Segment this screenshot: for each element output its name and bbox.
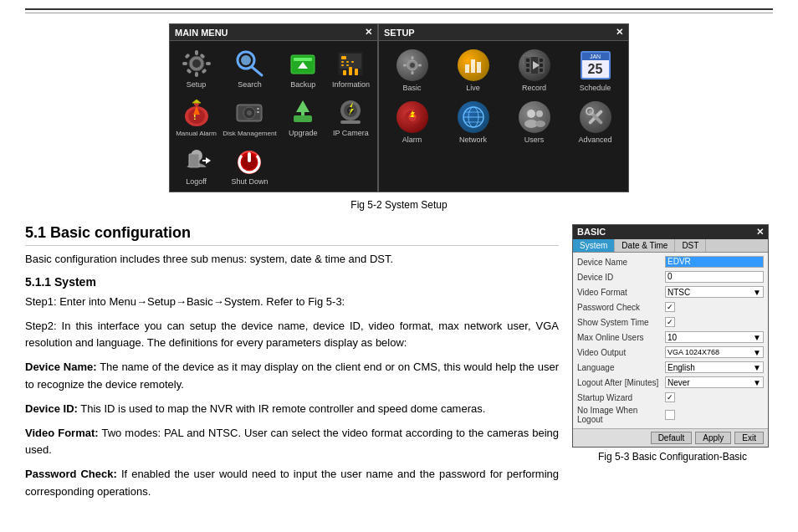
fig-caption-1: Fig 5-2 System Setup [25,199,773,211]
content-left: 5.1 Basic configuration Basic configurat… [25,224,559,508]
tab-datetime[interactable]: Date & Time [615,239,675,252]
setup-item-network[interactable]: Network [443,96,503,146]
svg-rect-22 [341,64,344,66]
menu-item-logoff[interactable]: Logoff [173,141,219,188]
basic-form: Device Name EDVR Device ID 0 Video Forma… [573,253,768,428]
menu-item-disk[interactable]: Disk Management [221,93,278,140]
label-show-system-time: Show System Time [577,318,665,327]
field-video-output: Video Output VGA 1024X768▼ [577,345,764,359]
default-button[interactable]: Default [651,432,693,444]
setup-item-alarm[interactable]: Alarm [382,96,442,146]
value-device-name[interactable]: EDVR [665,256,764,268]
disk-icon [233,98,265,128]
globe-icon [458,101,489,133]
schedule-icon-box: JAN 25 [577,49,614,82]
check-no-image[interactable] [665,410,675,420]
network-icon-box [455,100,492,134]
exit-button[interactable]: Exit [734,432,764,444]
label-language: Language [577,363,665,372]
shutdown-icon [233,146,265,176]
svg-point-11 [241,55,251,65]
svg-rect-71 [540,69,543,72]
basic-panel-title: BASIC ✕ [573,225,768,239]
menu-item-upgrade[interactable]: Upgrade [280,93,326,140]
menu-item-shutdown[interactable]: Shut Down [221,141,278,188]
value-video-output[interactable]: VGA 1024X768▼ [665,346,764,358]
info-icon-box [334,49,367,79]
backup-label: Backup [290,80,315,89]
search-icon-box [233,49,266,79]
setup-item-live[interactable]: Live [443,44,503,95]
value-video-format[interactable]: NTSC▼ [665,286,764,298]
svg-rect-67 [526,64,529,67]
menu-item-ipcamera[interactable]: IP Camera [328,93,374,140]
value-device-id[interactable]: 0 [665,271,764,283]
setup-item-basic[interactable]: Basic [382,44,442,95]
setup-item-advanced[interactable]: Advanced [565,96,625,146]
cal-body: 25 [582,60,609,78]
label-video-output: Video Output [577,348,665,357]
field-video-format: Video Format NTSC▼ [577,285,764,299]
svg-rect-37 [257,108,259,110]
tab-dst[interactable]: DST [675,239,706,252]
label-video-format: Video Format [577,288,665,297]
main-menu-grid: Setup Search [170,41,377,192]
svg-marker-30 [192,100,201,103]
basic-title: BASIC [577,227,606,238]
gear-icon [181,49,212,79]
users-icon-box [516,100,553,134]
device-name-term: Device Name: [25,361,97,373]
svg-rect-24 [343,70,346,75]
setup-grid: Basic Live [379,41,628,150]
value-max-users[interactable]: 10▼ [665,331,764,343]
setup-item-record[interactable]: Record [504,44,564,95]
value-logout-after[interactable]: Never▼ [665,376,764,388]
field-password-check: Password Check ✓ [577,300,764,314]
setup-title-bar: SETUP ✕ [379,24,628,41]
menu-item-manual-alarm[interactable]: ! Manual Alarm [173,93,219,140]
setup-item-users[interactable]: Users [504,96,564,146]
menu-item-backup[interactable]: Backup [280,44,326,91]
ipcam-icon [335,97,366,127]
menu-item-setup[interactable]: Setup [173,44,219,91]
manual-alarm-label: Manual Alarm [176,130,217,137]
svg-rect-61 [418,64,422,67]
check-show-time[interactable]: ✓ [665,317,675,327]
setup-item-schedule[interactable]: JAN 25 Schedule [565,44,625,95]
logoff-icon [181,146,212,176]
manual-alarm-icon: ! [181,98,212,128]
svg-rect-59 [411,71,413,74]
schedule-label: Schedule [580,84,611,92]
alarm-label: Alarm [402,136,422,144]
apply-button[interactable]: Apply [695,432,731,444]
menu-item-search[interactable]: Search [221,44,278,91]
svg-rect-70 [540,64,543,67]
barchart-icon [463,56,483,74]
value-language[interactable]: English▼ [665,361,764,373]
basic-close[interactable]: ✕ [756,227,764,238]
section-51: 5.1 Basic configuration Basic configurat… [25,224,773,508]
svg-point-1 [192,59,201,68]
svg-rect-58 [411,56,413,59]
svg-rect-64 [477,62,481,73]
svg-rect-18 [341,56,346,59]
field-device-name: Device Name EDVR [577,255,764,269]
svg-rect-26 [355,69,358,75]
svg-rect-23 [346,64,349,66]
field-startup-wizard: Startup Wizard ✓ [577,391,764,404]
basic-gear-icon [396,49,428,81]
svg-rect-55 [248,152,251,162]
main-menu-close[interactable]: ✕ [365,27,372,38]
check-password[interactable]: ✓ [665,302,675,312]
setup-close[interactable]: ✕ [616,27,623,38]
svg-rect-49 [182,167,211,176]
svg-point-84 [527,110,535,118]
setup-title: SETUP [384,28,415,38]
main-menu-title-bar: MAIN MENU ✕ [170,24,377,41]
logoff-icon-box [180,146,213,176]
check-startup-wizard[interactable]: ✓ [665,392,675,402]
tab-system[interactable]: System [573,239,615,252]
shutdown-icon-box [233,146,266,176]
menu-item-information[interactable]: Information [328,44,374,91]
svg-marker-40 [296,100,309,115]
